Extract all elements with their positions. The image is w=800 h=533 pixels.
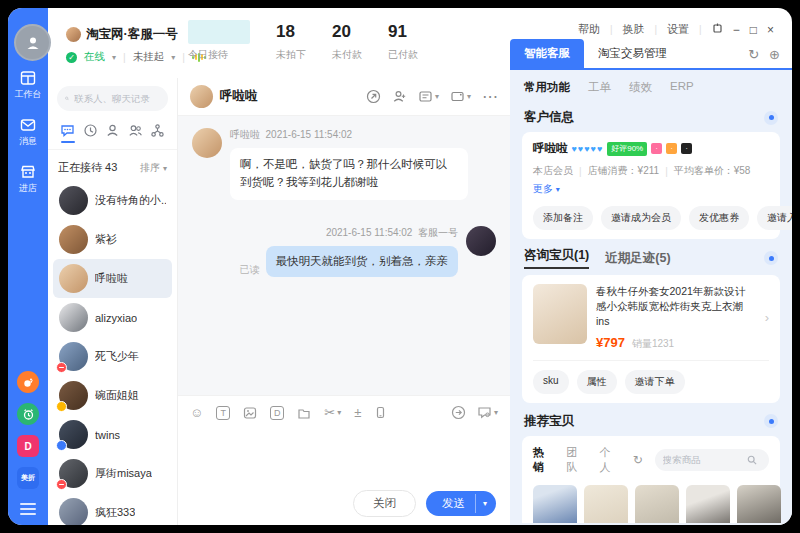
quick-phrase-icon[interactable]: T [216,406,230,420]
phone-icon[interactable] [374,406,387,419]
send-options-caret-icon[interactable]: ▾ [475,494,496,513]
screenshot-icon[interactable]: ✂▾ [324,405,341,420]
tab-contacts[interactable] [105,123,120,143]
tab-org[interactable] [150,123,165,143]
stat-label: 已付款 [388,48,418,62]
contact-search-input[interactable] [74,93,160,104]
note-add-icon[interactable]: ▾ [418,89,439,104]
online-status[interactable]: 在线 [84,50,105,64]
pin-icon[interactable] [712,23,723,37]
invite-group-button[interactable]: 邀请入群 [757,206,792,230]
profile-avatar[interactable] [14,24,51,61]
more-link[interactable]: 更多 ▾ [533,182,560,196]
d-app-icon[interactable]: D [17,435,39,457]
product-image [686,485,730,523]
hold-status[interactable]: 未挂起 [133,50,165,64]
send-button[interactable]: 发送 ▾ [426,491,496,516]
more-icon[interactable]: ⋯ [482,87,498,106]
tab-trade-manage[interactable]: 淘宝交易管理 [584,39,681,68]
online-status-icon: ✓ [66,52,77,63]
alarm-app-icon[interactable] [17,403,39,425]
contact-item[interactable]: 紫衫 [53,220,172,259]
contact-item[interactable]: 厚街misaya [53,454,172,493]
add-note-button[interactable]: 添加备注 [533,206,593,230]
transfer-icon[interactable] [366,89,381,104]
refresh-icon[interactable]: ↻ [748,47,759,62]
tab-recent[interactable] [83,123,98,143]
quick-send-icon[interactable] [451,405,466,420]
collapse-icon[interactable] [764,414,778,428]
collapse-icon[interactable] [764,111,778,125]
video-clip-icon[interactable]: D [270,406,284,420]
tab-hot-sale[interactable]: 热销 [533,445,554,475]
sku-button[interactable]: sku [533,370,569,394]
attributes-button[interactable]: 属性 [577,370,617,394]
contact-item-selected[interactable]: 呼啦啦 [53,259,172,298]
skin-link[interactable]: 换肤 [623,22,645,37]
contact-item[interactable]: 碗面姐姐 [53,376,172,415]
product-image[interactable] [533,284,587,344]
rail-item-workbench[interactable]: 工作台 [15,70,42,101]
contact-item[interactable]: 死飞少年 [53,337,172,376]
tab-personal[interactable]: 个人 [599,445,620,475]
file-icon[interactable] [297,406,311,420]
contact-list-panel: 正在接待 43 排序 ▾ 没有特角的小... 紫衫 呼啦啦 alizyxiao … [48,78,178,525]
product-search-input[interactable] [663,454,743,465]
subtab-common[interactable]: 常用功能 [524,80,570,95]
contact-item[interactable]: 没有特角的小... [53,181,172,220]
rail-item-messages[interactable]: 消息 [19,117,37,148]
message-list[interactable]: 呼啦啦 2021-6-15 11:54:02 啊，不是吧，缺货了吗？那什么时候可… [178,116,510,395]
subtab-performance[interactable]: 绩效 [629,80,652,95]
collapse-icon[interactable] [764,251,778,265]
auto-reply-settings-icon[interactable]: ▾ [477,405,498,420]
message-input[interactable] [178,429,510,481]
recommend-product[interactable]: ¥1299.00 [584,485,628,523]
close-button[interactable]: × [767,23,774,37]
contact-search[interactable] [57,86,168,111]
more-apps-menu-icon[interactable] [20,503,36,515]
serving-count: 正在接待 43 [58,160,117,175]
status-caret-icon[interactable]: ▾ [112,53,116,62]
invite-member-button[interactable]: 邀请成为会员 [601,206,681,230]
close-chat-button[interactable]: 关闭 [353,490,416,517]
product-title[interactable]: 春秋牛仔外套女2021年新款设计感小众韩版宽松炸街夹克上衣潮ins [596,284,756,330]
contact-item[interactable]: alizyxiao [53,298,172,337]
orange-badge: · [666,143,677,154]
qianniu-app-icon[interactable] [17,371,39,393]
contact-item[interactable]: twins [53,415,172,454]
video-icon[interactable]: ▾ [450,89,471,104]
recommend-product[interactable]: ¥1299.00 [635,485,679,523]
subtab-erp[interactable]: ERP [670,80,694,95]
rail-item-shop[interactable]: 进店 [19,164,37,195]
add-plugin-icon[interactable]: ⊕ [769,47,780,62]
invite-order-button[interactable]: 邀请下单 [625,370,685,394]
product-search[interactable] [655,449,769,471]
avatar [59,498,88,525]
sort-dropdown[interactable]: 排序 ▾ [140,161,167,175]
recommend-product[interactable]: ¥1299.00 [737,485,781,523]
tab-team[interactable]: 团队 [566,445,587,475]
subtab-ticket[interactable]: 工单 [588,80,611,95]
refresh-icon[interactable]: ↻ [633,453,643,467]
maximize-button[interactable]: □ [750,23,757,37]
chat-bubble-icon [60,123,75,138]
tab-groups[interactable] [128,123,143,143]
hold-caret-icon[interactable]: ▾ [171,53,175,62]
image-icon[interactable] [243,406,257,420]
emoji-icon[interactable]: ☺ [190,405,203,420]
send-coupon-button[interactable]: 发优惠券 [689,206,749,230]
meizhe-app-icon[interactable]: 美折 [17,467,39,489]
tab-smart-service[interactable]: 智能客服 [510,39,584,68]
minimize-button[interactable]: − [733,23,740,37]
settings-link[interactable]: 设置 [667,22,689,37]
recommend-product[interactable]: ¥1299.00 [533,485,577,523]
chevron-right-icon[interactable]: › [765,310,769,325]
add-user-icon[interactable] [392,89,407,104]
tab-recent-footprints[interactable]: 近期足迹(5) [605,250,670,267]
tab-chats[interactable] [60,123,75,143]
calculator-icon[interactable]: ± [354,405,361,420]
help-link[interactable]: 帮助 [578,22,600,37]
recommend-product[interactable]: ¥1299.00 [686,485,730,523]
contact-item[interactable]: 疯狂333 [53,493,172,525]
tab-consulted-items[interactable]: 咨询宝贝(1) [524,247,589,269]
